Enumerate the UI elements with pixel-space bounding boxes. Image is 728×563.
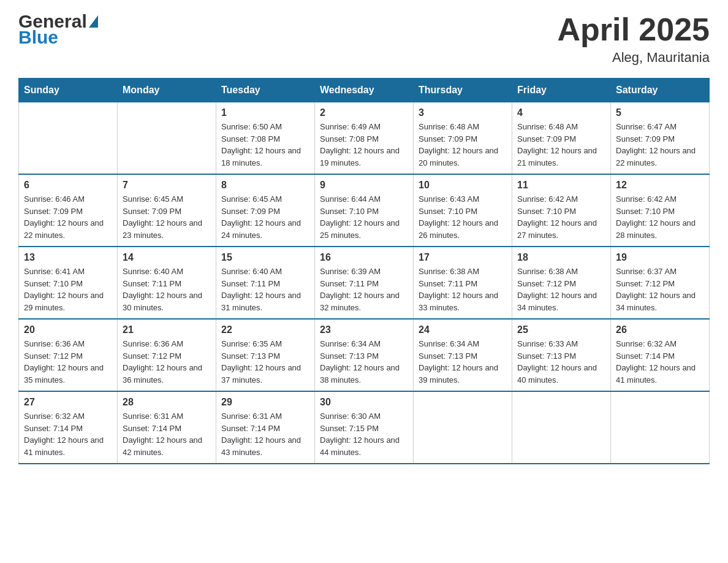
calendar-cell: 11Sunrise: 6:42 AMSunset: 7:10 PMDayligh…: [512, 174, 611, 247]
calendar-cell: 20Sunrise: 6:36 AMSunset: 7:12 PMDayligh…: [19, 319, 118, 391]
day-info: Sunrise: 6:32 AMSunset: 7:14 PMDaylight:…: [616, 338, 704, 386]
day-info: Sunrise: 6:46 AMSunset: 7:09 PMDaylight:…: [24, 193, 112, 241]
calendar-cell: 6Sunrise: 6:46 AMSunset: 7:09 PMDaylight…: [19, 174, 118, 247]
day-info: Sunrise: 6:45 AMSunset: 7:09 PMDaylight:…: [221, 193, 309, 241]
day-number: 27: [24, 397, 112, 408]
day-info: Sunrise: 6:35 AMSunset: 7:13 PMDaylight:…: [221, 338, 309, 386]
calendar-cell: 18Sunrise: 6:38 AMSunset: 7:12 PMDayligh…: [512, 247, 611, 319]
calendar-cell: 25Sunrise: 6:33 AMSunset: 7:13 PMDayligh…: [512, 319, 611, 391]
calendar-body: 1Sunrise: 6:50 AMSunset: 7:08 PMDaylight…: [19, 102, 710, 464]
day-number: 16: [320, 252, 408, 263]
day-number: 18: [517, 252, 605, 263]
calendar-cell: 14Sunrise: 6:40 AMSunset: 7:11 PMDayligh…: [118, 247, 216, 319]
title-block: April 2025 Aleg, Mauritania: [557, 12, 710, 66]
day-info: Sunrise: 6:40 AMSunset: 7:11 PMDaylight:…: [123, 266, 211, 313]
day-number: 11: [517, 180, 605, 191]
day-number: 7: [123, 180, 211, 191]
day-info: Sunrise: 6:48 AMSunset: 7:09 PMDaylight:…: [419, 121, 507, 169]
day-number: 24: [419, 324, 507, 335]
calendar-cell: 7Sunrise: 6:45 AMSunset: 7:09 PMDaylight…: [118, 174, 216, 247]
calendar-cell: 3Sunrise: 6:48 AMSunset: 7:09 PMDaylight…: [414, 102, 512, 175]
day-info: Sunrise: 6:38 AMSunset: 7:12 PMDaylight:…: [517, 266, 605, 313]
calendar-week-2: 6Sunrise: 6:46 AMSunset: 7:09 PMDaylight…: [19, 174, 710, 247]
calendar-cell: 4Sunrise: 6:48 AMSunset: 7:09 PMDaylight…: [512, 102, 611, 175]
day-number: 3: [419, 107, 507, 118]
col-friday: Friday: [512, 79, 611, 102]
day-number: 4: [517, 107, 605, 118]
calendar-cell: 30Sunrise: 6:30 AMSunset: 7:15 PMDayligh…: [315, 391, 414, 464]
day-info: Sunrise: 6:37 AMSunset: 7:12 PMDaylight:…: [616, 266, 704, 313]
day-number: 2: [320, 107, 408, 118]
day-number: 25: [517, 324, 605, 335]
day-info: Sunrise: 6:34 AMSunset: 7:13 PMDaylight:…: [419, 338, 507, 386]
col-tuesday: Tuesday: [216, 79, 315, 102]
day-number: 28: [123, 397, 211, 408]
calendar-cell: 16Sunrise: 6:39 AMSunset: 7:11 PMDayligh…: [315, 247, 414, 319]
calendar-cell: 27Sunrise: 6:32 AMSunset: 7:14 PMDayligh…: [19, 391, 118, 464]
day-info: Sunrise: 6:30 AMSunset: 7:15 PMDaylight:…: [320, 410, 408, 458]
logo-blue-text: Blue: [18, 28, 98, 47]
calendar-cell: [19, 102, 118, 175]
calendar-cell: 26Sunrise: 6:32 AMSunset: 7:14 PMDayligh…: [611, 319, 710, 391]
col-thursday: Thursday: [414, 79, 512, 102]
day-info: Sunrise: 6:31 AMSunset: 7:14 PMDaylight:…: [221, 410, 309, 458]
page-title: April 2025: [557, 12, 710, 47]
logo: General Blue: [18, 12, 98, 47]
calendar-cell: [414, 391, 512, 464]
day-info: Sunrise: 6:49 AMSunset: 7:08 PMDaylight:…: [320, 121, 408, 169]
day-number: 5: [616, 107, 704, 118]
logo-triangle-icon: [89, 15, 98, 28]
page-subtitle: Aleg, Mauritania: [557, 50, 710, 66]
day-number: 20: [24, 324, 112, 335]
day-info: Sunrise: 6:39 AMSunset: 7:11 PMDaylight:…: [320, 266, 408, 313]
calendar-header: Sunday Monday Tuesday Wednesday Thursday…: [19, 79, 710, 102]
calendar-cell: 15Sunrise: 6:40 AMSunset: 7:11 PMDayligh…: [216, 247, 315, 319]
col-monday: Monday: [118, 79, 216, 102]
day-number: 22: [221, 324, 309, 335]
day-number: 12: [616, 180, 704, 191]
day-number: 23: [320, 324, 408, 335]
calendar-cell: 10Sunrise: 6:43 AMSunset: 7:10 PMDayligh…: [414, 174, 512, 247]
day-number: 17: [419, 252, 507, 263]
day-info: Sunrise: 6:36 AMSunset: 7:12 PMDaylight:…: [123, 338, 211, 386]
calendar-cell: [611, 391, 710, 464]
day-number: 8: [221, 180, 309, 191]
day-info: Sunrise: 6:47 AMSunset: 7:09 PMDaylight:…: [616, 121, 704, 169]
day-info: Sunrise: 6:42 AMSunset: 7:10 PMDaylight:…: [616, 193, 704, 241]
col-wednesday: Wednesday: [315, 79, 414, 102]
day-number: 19: [616, 252, 704, 263]
calendar-cell: 1Sunrise: 6:50 AMSunset: 7:08 PMDaylight…: [216, 102, 315, 175]
day-info: Sunrise: 6:40 AMSunset: 7:11 PMDaylight:…: [221, 266, 309, 313]
calendar-cell: 19Sunrise: 6:37 AMSunset: 7:12 PMDayligh…: [611, 247, 710, 319]
col-sunday: Sunday: [19, 79, 118, 102]
calendar-table: Sunday Monday Tuesday Wednesday Thursday…: [18, 78, 710, 464]
day-info: Sunrise: 6:50 AMSunset: 7:08 PMDaylight:…: [221, 121, 309, 169]
calendar-cell: 2Sunrise: 6:49 AMSunset: 7:08 PMDaylight…: [315, 102, 414, 175]
calendar-cell: 13Sunrise: 6:41 AMSunset: 7:10 PMDayligh…: [19, 247, 118, 319]
day-info: Sunrise: 6:44 AMSunset: 7:10 PMDaylight:…: [320, 193, 408, 241]
calendar-cell: 24Sunrise: 6:34 AMSunset: 7:13 PMDayligh…: [414, 319, 512, 391]
day-info: Sunrise: 6:33 AMSunset: 7:13 PMDaylight:…: [517, 338, 605, 386]
day-number: 6: [24, 180, 112, 191]
day-info: Sunrise: 6:42 AMSunset: 7:10 PMDaylight:…: [517, 193, 605, 241]
day-number: 26: [616, 324, 704, 335]
calendar-week-1: 1Sunrise: 6:50 AMSunset: 7:08 PMDaylight…: [19, 102, 710, 175]
calendar-cell: 8Sunrise: 6:45 AMSunset: 7:09 PMDaylight…: [216, 174, 315, 247]
calendar-week-4: 20Sunrise: 6:36 AMSunset: 7:12 PMDayligh…: [19, 319, 710, 391]
day-info: Sunrise: 6:32 AMSunset: 7:14 PMDaylight:…: [24, 410, 112, 458]
day-info: Sunrise: 6:36 AMSunset: 7:12 PMDaylight:…: [24, 338, 112, 386]
page-header: General Blue April 2025 Aleg, Mauritania: [18, 12, 710, 66]
day-number: 29: [221, 397, 309, 408]
calendar-week-5: 27Sunrise: 6:32 AMSunset: 7:14 PMDayligh…: [19, 391, 710, 464]
day-info: Sunrise: 6:41 AMSunset: 7:10 PMDaylight:…: [24, 266, 112, 313]
day-info: Sunrise: 6:45 AMSunset: 7:09 PMDaylight:…: [123, 193, 211, 241]
day-info: Sunrise: 6:38 AMSunset: 7:11 PMDaylight:…: [419, 266, 507, 313]
day-number: 9: [320, 180, 408, 191]
col-saturday: Saturday: [611, 79, 710, 102]
day-number: 14: [123, 252, 211, 263]
calendar-cell: 21Sunrise: 6:36 AMSunset: 7:12 PMDayligh…: [118, 319, 216, 391]
day-number: 21: [123, 324, 211, 335]
calendar-cell: 12Sunrise: 6:42 AMSunset: 7:10 PMDayligh…: [611, 174, 710, 247]
calendar-cell: [118, 102, 216, 175]
calendar-week-3: 13Sunrise: 6:41 AMSunset: 7:10 PMDayligh…: [19, 247, 710, 319]
